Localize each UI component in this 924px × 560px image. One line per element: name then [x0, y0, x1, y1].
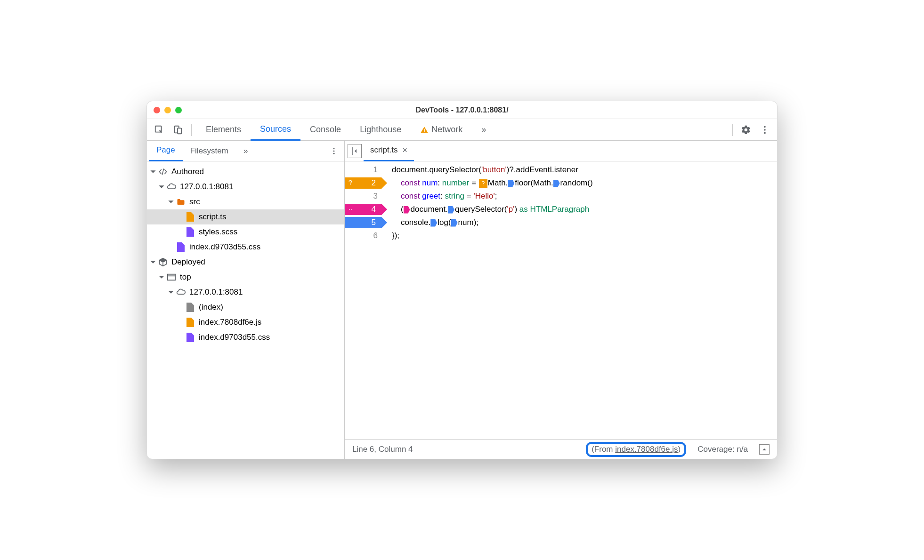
- line-number[interactable]: 6: [345, 229, 383, 242]
- settings-icon[interactable]: [738, 121, 754, 138]
- cloud-icon: [176, 288, 186, 297]
- editor-tab-script-ts[interactable]: script.ts ×: [364, 141, 414, 161]
- chevron-down-icon: [168, 199, 174, 205]
- code-content[interactable]: document.querySelector('button')?.addEve…: [383, 161, 777, 439]
- tree-folder-src[interactable]: src: [147, 194, 344, 209]
- editor-status-bar: Line 6, Column 4 (From index.7808df6e.js…: [345, 439, 777, 459]
- device-toggle-icon[interactable]: [170, 121, 186, 138]
- file-css-icon: [176, 242, 186, 252]
- file-js-icon: [186, 212, 195, 222]
- sidebar-more-icon[interactable]: [325, 143, 342, 160]
- source-map-link[interactable]: index.7808df6e.js: [615, 445, 678, 454]
- tree-file-index-js[interactable]: index.7808df6e.js: [147, 315, 344, 330]
- svg-rect-2: [178, 128, 181, 134]
- tree-group-authored[interactable]: Authored: [147, 164, 344, 179]
- file-js-icon: [186, 318, 195, 327]
- tab-elements[interactable]: Elements: [196, 119, 251, 141]
- frame-icon: [167, 272, 176, 282]
- maximize-window-button[interactable]: [175, 107, 182, 113]
- editor-tabs: script.ts ×: [345, 141, 777, 161]
- more-menu-icon[interactable]: [756, 121, 773, 138]
- line-gutter: 1 ?2 3 ··4 5 6: [345, 161, 383, 439]
- tree-label: 127.0.0.1:8081: [180, 182, 233, 192]
- line-number[interactable]: 3: [345, 190, 383, 203]
- tree-host[interactable]: 127.0.0.1:8081: [147, 179, 344, 194]
- file-css-icon: [186, 333, 195, 342]
- code-editor[interactable]: 1 ?2 3 ··4 5 6 document.querySelector('b…: [345, 161, 777, 439]
- devtools-window: DevTools - 127.0.0.1:8081/ Elements Sour…: [146, 101, 778, 459]
- cursor-position: Line 6, Column 4: [352, 445, 413, 454]
- tab-network[interactable]: Network: [411, 119, 472, 141]
- chevron-down-icon: [158, 184, 165, 190]
- titlebar: DevTools - 127.0.0.1:8081/: [147, 101, 777, 119]
- show-drawer-icon[interactable]: [759, 444, 770, 455]
- chevron-down-icon: [168, 289, 174, 296]
- tree-label: index.7808df6e.js: [199, 318, 261, 327]
- file-icon: [186, 303, 195, 312]
- close-window-button[interactable]: [154, 107, 160, 113]
- tree-file-script-ts[interactable]: script.ts: [147, 209, 344, 224]
- tree-label: top: [180, 272, 191, 282]
- svg-rect-4: [424, 131, 425, 132]
- line-number[interactable]: 1: [345, 163, 383, 176]
- code-icon: [158, 167, 168, 176]
- package-icon: [158, 257, 168, 267]
- sidebar-tabs: Page Filesystem »: [147, 141, 344, 161]
- close-tab-icon[interactable]: ×: [403, 145, 408, 155]
- minimize-window-button[interactable]: [164, 107, 171, 113]
- editor-pane: script.ts × 1 ?2 3 ··4 5 6 document.quer…: [345, 141, 777, 459]
- source-map-origin: (From index.7808df6e.js): [586, 442, 686, 457]
- window-controls: [154, 107, 182, 113]
- svg-point-10: [333, 152, 335, 154]
- line-number[interactable]: ?2: [345, 176, 383, 190]
- tree-label: script.ts: [199, 212, 227, 222]
- line-number[interactable]: 5: [345, 216, 383, 229]
- svg-point-6: [764, 129, 766, 131]
- sidebar-tabs-overflow[interactable]: »: [236, 141, 255, 161]
- tree-label: Authored: [171, 167, 204, 176]
- line-number[interactable]: ··4: [345, 203, 383, 216]
- divider: [732, 124, 733, 136]
- folder-icon: [176, 197, 186, 207]
- tree-file-index-css[interactable]: index.d9703d55.css: [147, 240, 344, 255]
- panel-tabs: Elements Sources Console Lighthouse Netw…: [196, 119, 495, 141]
- main-toolbar: Elements Sources Console Lighthouse Netw…: [147, 119, 777, 141]
- svg-point-9: [333, 150, 335, 152]
- tree-file-index[interactable]: (index): [147, 300, 344, 315]
- tree-label: Deployed: [171, 257, 205, 267]
- content-area: Page Filesystem » Authored 127.0.0.1:808…: [147, 141, 777, 459]
- divider: [191, 124, 192, 136]
- tree-group-deployed[interactable]: Deployed: [147, 255, 344, 270]
- svg-point-7: [764, 132, 766, 134]
- tree-label: index.d9703d55.css: [199, 333, 270, 342]
- cloud-icon: [167, 182, 176, 192]
- chevron-down-icon: [150, 259, 156, 265]
- tab-lighthouse[interactable]: Lighthouse: [350, 119, 411, 141]
- tree-top[interactable]: top: [147, 270, 344, 285]
- tabs-overflow[interactable]: »: [472, 119, 495, 141]
- tree-label: styles.scss: [199, 227, 237, 237]
- tree-label: 127.0.0.1:8081: [189, 288, 243, 297]
- file-tree: Authored 127.0.0.1:8081 src script.ts: [147, 161, 344, 459]
- coverage-status: Coverage: n/a: [697, 445, 748, 454]
- tab-console[interactable]: Console: [300, 119, 350, 141]
- window-title: DevTools - 127.0.0.1:8081/: [415, 106, 508, 114]
- inspect-element-icon[interactable]: [151, 121, 168, 138]
- file-css-icon: [186, 227, 195, 237]
- svg-point-5: [764, 126, 766, 128]
- toggle-navigator-icon[interactable]: [348, 144, 362, 158]
- tab-sources[interactable]: Sources: [251, 119, 300, 141]
- sources-sidebar: Page Filesystem » Authored 127.0.0.1:808…: [147, 141, 345, 459]
- chevron-down-icon: [158, 274, 165, 280]
- tree-file-index-css-deployed[interactable]: index.d9703d55.css: [147, 330, 344, 345]
- svg-rect-3: [424, 128, 425, 131]
- chevron-down-icon: [150, 168, 156, 175]
- tree-file-styles-scss[interactable]: styles.scss: [147, 224, 344, 240]
- sidebar-tab-filesystem[interactable]: Filesystem: [183, 141, 236, 161]
- editor-tab-label: script.ts: [370, 145, 398, 155]
- tree-label: index.d9703d55.css: [189, 242, 260, 252]
- tree-host-deployed[interactable]: 127.0.0.1:8081: [147, 285, 344, 300]
- sidebar-tab-page[interactable]: Page: [149, 141, 183, 161]
- warning-icon: [420, 126, 429, 134]
- tree-label: (index): [199, 303, 223, 312]
